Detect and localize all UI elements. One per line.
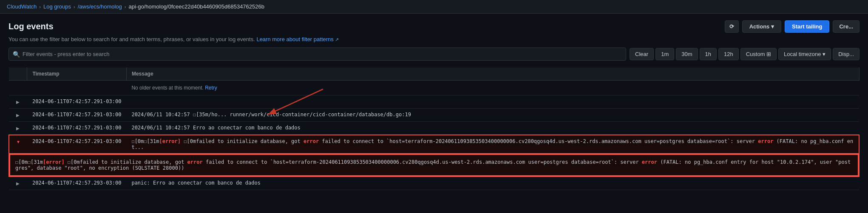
custom-time-button[interactable]: Custom ⊞ [740,48,777,60]
breadcrumb-log-group-name[interactable]: /aws/ecs/homolog [78,3,122,10]
breadcrumb-sep-1: › [39,4,41,9]
breadcrumb-log-groups[interactable]: Log groups [43,3,71,10]
breadcrumb-sep-2: › [74,4,75,9]
chevron-right-icon [16,99,20,104]
time-30m-button[interactable]: 30m [676,48,698,60]
table-row: 2024-06-11T07:42:57.291-03:00 [9,95,859,109]
err-keyword-detail-3: error [642,159,657,165]
header-actions: ⟳ Actions ▾ Start tailing Cre... [725,20,859,33]
timestamp-cell: 2024-06-11T07:42:57.291-03:00 [27,122,127,135]
error-keyword-2: error [304,138,319,144]
timestamp-cell: 2024-06-11T07:42:57.291-03:00 [27,109,127,122]
expand-row2-button[interactable] [14,112,21,118]
message-cell: 2024/06/11 10:42:57 Erro ao conectar com… [126,122,859,135]
th-message: Message [126,67,859,81]
table-row-error-expanded: 2024-06-11T07:42:57.291-03:00 ☐[0m☐[31m[… [9,135,859,154]
create-button[interactable]: Cre... [833,20,859,33]
error-keyword: [error] [159,138,181,144]
time-12h-button[interactable]: 12h [718,48,739,60]
chevron-right-icon [16,181,20,186]
err-keyword-detail-1: [error] [43,159,65,165]
table-header-row: Timestamp Message [9,67,859,81]
page-title: Log events [9,22,54,31]
chevron-down-icon [16,139,20,144]
table-row: 2024-06-11T07:42:57.291-03:00 2024/06/11… [9,122,859,135]
timestamp-cell: 2024-06-11T07:42:57.293-03:00 [27,177,127,190]
external-link-icon: ↗ [335,37,339,42]
display-button[interactable]: Disp... [833,48,859,60]
expand-row1-button[interactable] [14,98,21,105]
timezone-button[interactable]: Local timezone ▾ [778,48,831,60]
filter-bar: 🔍 Clear 1m 30m 1h 12h Custom ⊞ Local tim… [9,48,859,61]
description-text: You can use the filter bar below to sear… [9,36,859,42]
timestamp-cell: 2024-06-11T07:42:57.291-03:00 [27,95,127,109]
expand-row3-button[interactable] [14,125,21,132]
err-keyword-detail-2: error [187,159,203,165]
table-row: 2024-06-11T07:42:57.291-03:00 2024/06/11… [9,109,859,122]
refresh-button[interactable]: ⟳ [725,20,739,33]
error-keyword-3: error [758,138,773,144]
table-row: 2024-06-11T07:42:57.293-03:00 panic: Err… [9,177,859,190]
message-cell: 2024/06/11 10:42:57 ☐[35m/ho... runner/w… [126,109,859,122]
retry-link[interactable]: Retry [205,85,217,91]
chevron-right-icon [16,112,20,118]
expanded-detail: ☐[0m☐[31m[error] ☐[0mfailed to initializ… [9,154,859,176]
start-tailing-button[interactable]: Start tailing [785,20,830,33]
no-older-events-cell: No older events at this moment. Retry [126,81,859,95]
breadcrumb-current: api-go/homolog/0fceec22d40b4460905d68534… [128,3,264,10]
search-container: 🔍 [9,48,626,61]
th-timestamp: Timestamp [27,67,127,81]
learn-more-link[interactable]: Learn more about filter patterns ↗ [256,36,339,42]
breadcrumb-cloudwatch[interactable]: CloudWatch [7,3,37,10]
breadcrumb: CloudWatch › Log groups › /aws/ecs/homol… [0,0,868,14]
search-icon: 🔍 [13,51,20,58]
message-cell [126,95,859,109]
header-row: Log events ⟳ Actions ▾ Start tailing Cre… [9,20,859,33]
search-input[interactable] [9,48,626,61]
th-expand [9,67,27,81]
message-cell: ☐[0m☐[31m[error] ☐[0mfailed to initializ… [126,135,859,154]
expand-row5-button[interactable] [14,180,21,187]
actions-button[interactable]: Actions ▾ [742,20,781,33]
timestamp-cell: 2024-06-11T07:42:57.291-03:00 [27,135,127,154]
clear-button[interactable]: Clear [630,48,654,60]
filter-actions: Clear 1m 30m 1h 12h Custom ⊞ Local timez… [630,48,859,60]
time-1h-button[interactable]: 1h [700,48,717,60]
main-container: Log events ⟳ Actions ▾ Start tailing Cre… [0,14,868,197]
expand-row4-button[interactable] [14,138,22,145]
message-cell: panic: Erro ao conectar com banco de dad… [126,177,859,190]
no-older-events-row: No older events at this moment. Retry [9,81,859,95]
log-table: Timestamp Message No older events at thi… [9,67,859,190]
time-1m-button[interactable]: 1m [655,48,674,60]
expanded-detail-row: ☐[0m☐[31m[error] ☐[0mfailed to initializ… [9,154,859,177]
chevron-right-icon [16,126,20,131]
breadcrumb-sep-3: › [125,4,126,9]
